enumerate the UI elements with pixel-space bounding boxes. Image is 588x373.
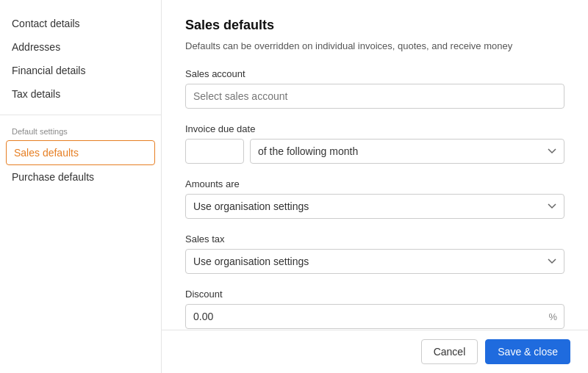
sales-tax-group: Sales tax Use organisation settings BAS … — [185, 233, 564, 274]
sidebar-item-addresses[interactable]: Addresses — [0, 35, 161, 59]
sales-tax-label: Sales tax — [185, 233, 564, 245]
due-date-number-input[interactable] — [185, 139, 244, 164]
discount-input[interactable] — [185, 304, 564, 329]
sales-tax-select[interactable]: Use organisation settings BAS Excluded G… — [185, 249, 564, 274]
sidebar-item-contact-details[interactable]: Contact details — [0, 12, 161, 35]
amounts-are-select[interactable]: Use organisation settings Tax exclusive … — [185, 194, 564, 219]
due-date-row: of the following month of the current mo… — [185, 139, 564, 164]
footer-bar: Cancel Save & close — [162, 330, 588, 373]
main-wrapper: Sales defaults Defaults can be overridde… — [162, 0, 588, 373]
sales-account-group: Sales account — [185, 68, 564, 109]
invoice-due-date-label: Invoice due date — [185, 123, 564, 134]
cancel-button[interactable]: Cancel — [421, 339, 478, 364]
discount-row: % — [185, 304, 564, 329]
sidebar: Contact details Addresses Financial deta… — [0, 0, 162, 373]
sidebar-section-label: Default settings — [0, 124, 161, 140]
sidebar-item-purchase-defaults[interactable]: Purchase defaults — [0, 165, 161, 189]
page-description: Defaults can be overridden on individual… — [185, 39, 564, 54]
sidebar-divider — [0, 115, 161, 115]
save-close-button[interactable]: Save & close — [485, 339, 570, 364]
sidebar-nav: Contact details Addresses Financial deta… — [0, 12, 161, 189]
amounts-are-label: Amounts are — [185, 178, 564, 189]
page-title: Sales defaults — [185, 18, 564, 33]
sales-account-label: Sales account — [185, 68, 564, 79]
invoice-due-date-group: Invoice due date of the following month … — [185, 123, 564, 164]
amounts-are-group: Amounts are Use organisation settings Ta… — [185, 178, 564, 219]
sidebar-item-financial-details[interactable]: Financial details — [0, 59, 161, 82]
sidebar-item-tax-details[interactable]: Tax details — [0, 82, 161, 106]
sidebar-item-sales-defaults[interactable]: Sales defaults — [6, 140, 155, 165]
sales-account-input[interactable] — [185, 84, 564, 109]
due-date-select[interactable]: of the following month of the current mo… — [250, 139, 564, 164]
discount-group: Discount % — [185, 289, 564, 329]
discount-label: Discount — [185, 289, 564, 300]
main-scroll: Sales defaults Defaults can be overridde… — [162, 0, 588, 373]
